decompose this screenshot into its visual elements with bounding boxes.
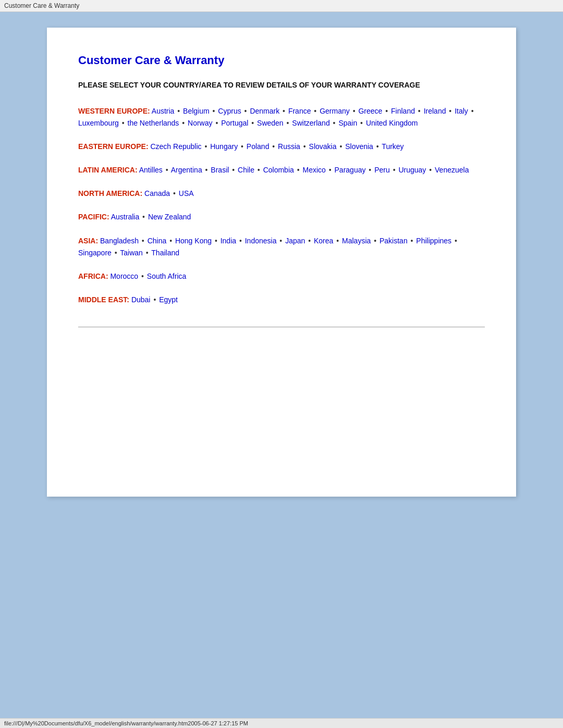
country-link-chile[interactable]: Chile xyxy=(238,166,254,174)
bullet-separator: • xyxy=(455,237,457,245)
country-link-hong-kong[interactable]: Hong Kong xyxy=(175,237,212,245)
bullet-separator: • xyxy=(251,119,254,127)
region-latin-america: LATIN AMERICA: Antilles • Argentina • Br… xyxy=(78,164,485,176)
country-link-portugal[interactable]: Portugal xyxy=(221,119,248,127)
country-link-norway[interactable]: Norway xyxy=(188,119,212,127)
country-link-usa[interactable]: USA xyxy=(179,189,194,198)
bullet-separator: • xyxy=(142,237,144,245)
bullet-separator: • xyxy=(122,119,125,127)
country-link-malaysia[interactable]: Malaysia xyxy=(342,237,371,245)
country-link-india[interactable]: India xyxy=(221,237,236,245)
region-pacific: PACIFIC: Australia • New Zealand xyxy=(78,211,485,223)
country-link-the-netherlands[interactable]: the Netherlands xyxy=(128,119,179,127)
country-link-peru[interactable]: Peru xyxy=(374,166,390,174)
country-link-uruguay[interactable]: Uruguay xyxy=(398,166,426,174)
country-link-thailand[interactable]: Thailand xyxy=(151,249,179,257)
browser-wrapper: Customer Care & Warranty PLEASE SELECT Y… xyxy=(0,12,563,728)
country-link-china[interactable]: China xyxy=(148,237,167,245)
bullet-separator: • xyxy=(182,119,185,127)
region-label-western-europe: WESTERN EUROPE: xyxy=(78,107,150,115)
bullet-separator: • xyxy=(204,142,207,151)
region-label-north-america: NORTH AMERICA: xyxy=(78,189,142,198)
country-link-turkey[interactable]: Turkey xyxy=(382,142,403,151)
country-link-philippines[interactable]: Philippines xyxy=(416,237,451,245)
bullet-separator: • xyxy=(141,272,144,280)
region-label-africa: AFRICA: xyxy=(78,272,108,280)
region-label-eastern-europe: EASTERN EUROPE: xyxy=(78,142,149,151)
bullet-separator: • xyxy=(205,166,208,174)
country-link-slovakia[interactable]: Slovakia xyxy=(309,142,337,151)
country-link-belgium[interactable]: Belgium xyxy=(183,107,210,115)
country-link-germany[interactable]: Germany xyxy=(320,107,350,115)
country-link-sweden[interactable]: Sweden xyxy=(257,119,284,127)
bullet-separator: • xyxy=(215,237,217,245)
title-bar: Customer Care & Warranty xyxy=(0,0,563,12)
country-link-russia[interactable]: Russia xyxy=(278,142,300,151)
country-link-canada[interactable]: Canada xyxy=(144,189,170,198)
country-link-denmark[interactable]: Denmark xyxy=(250,107,279,115)
page-content: Customer Care & Warranty PLEASE SELECT Y… xyxy=(47,28,516,497)
bullet-separator: • xyxy=(115,249,117,257)
country-link-poland[interactable]: Poland xyxy=(247,142,270,151)
bullet-separator: • xyxy=(303,142,306,151)
bullet-separator: • xyxy=(166,166,168,174)
country-link-spain[interactable]: Spain xyxy=(338,119,357,127)
country-link-japan[interactable]: Japan xyxy=(285,237,305,245)
bullet-separator: • xyxy=(177,107,180,115)
country-link-mexico[interactable]: Mexico xyxy=(302,166,325,174)
country-link-ireland[interactable]: Ireland xyxy=(424,107,446,115)
region-label-middle-east: MIDDLE EAST: xyxy=(78,295,129,304)
country-link-australia[interactable]: Australia xyxy=(111,213,139,221)
country-link-south-africa[interactable]: South Africa xyxy=(147,272,187,280)
country-link-bangladesh[interactable]: Bangladesh xyxy=(100,237,139,245)
country-link-argentina[interactable]: Argentina xyxy=(171,166,202,174)
bullet-separator: • xyxy=(287,119,289,127)
country-link-slovenia[interactable]: Slovenia xyxy=(345,142,373,151)
country-link-pakistan[interactable]: Pakistan xyxy=(380,237,408,245)
region-label-asia: ASIA: xyxy=(78,237,98,245)
regions-container: WESTERN EUROPE: Austria • Belgium • Cypr… xyxy=(78,105,485,306)
country-link-indonesia[interactable]: Indonesia xyxy=(245,237,277,245)
country-link-brasil[interactable]: Brasil xyxy=(211,166,229,174)
country-link-colombia[interactable]: Colombia xyxy=(263,166,294,174)
country-link-cyprus[interactable]: Cyprus xyxy=(218,107,241,115)
region-north-america: NORTH AMERICA: Canada • USA xyxy=(78,188,485,200)
country-link-paraguay[interactable]: Paraguay xyxy=(335,166,366,174)
country-link-morocco[interactable]: Morocco xyxy=(110,272,138,280)
region-middle-east: MIDDLE EAST: Dubai • Egypt xyxy=(78,294,485,306)
country-link-greece[interactable]: Greece xyxy=(358,107,382,115)
country-link-taiwan[interactable]: Taiwan xyxy=(120,249,143,257)
country-link-austria[interactable]: Austria xyxy=(152,107,175,115)
region-western-europe: WESTERN EUROPE: Austria • Belgium • Cypr… xyxy=(78,105,485,129)
country-link-egypt[interactable]: Egypt xyxy=(159,295,178,304)
country-link-finland[interactable]: Finland xyxy=(391,107,415,115)
country-link-switzerland[interactable]: Switzerland xyxy=(292,119,329,127)
country-link-korea[interactable]: Korea xyxy=(314,237,333,245)
country-link-new-zealand[interactable]: New Zealand xyxy=(148,213,191,221)
country-link-hungary[interactable]: Hungary xyxy=(210,142,238,151)
status-bar-text: file:///D|/My%20Documents/dfu/X6_model/e… xyxy=(4,720,248,726)
bullet-separator: • xyxy=(213,107,215,115)
country-link-united-kingdom[interactable]: United Kingdom xyxy=(366,119,418,127)
country-link-france[interactable]: France xyxy=(288,107,311,115)
bullet-separator: • xyxy=(241,142,243,151)
bullet-separator: • xyxy=(153,295,156,304)
bullet-separator: • xyxy=(239,237,242,245)
country-link-czech-republic[interactable]: Czech Republic xyxy=(150,142,201,151)
bullet-separator: • xyxy=(258,166,260,174)
country-link-luxembourg[interactable]: Luxembourg xyxy=(78,119,119,127)
bullet-separator: • xyxy=(333,119,336,127)
region-label-latin-america: LATIN AMERICA: xyxy=(78,166,138,174)
country-link-antilles[interactable]: Antilles xyxy=(139,166,163,174)
country-link-singapore[interactable]: Singapore xyxy=(78,249,112,257)
bullet-separator: • xyxy=(146,249,149,257)
bullet-separator: • xyxy=(314,107,316,115)
country-link-dubai[interactable]: Dubai xyxy=(131,295,151,304)
country-link-venezuela[interactable]: Venezuela xyxy=(435,166,469,174)
region-label-pacific: PACIFIC: xyxy=(78,213,109,221)
country-link-italy[interactable]: Italy xyxy=(455,107,468,115)
bullet-separator: • xyxy=(279,237,282,245)
region-africa: AFRICA: Morocco • South Africa xyxy=(78,270,485,282)
bullet-separator: • xyxy=(169,237,172,245)
subtitle: PLEASE SELECT YOUR COUNTRY/AREA TO REVIE… xyxy=(78,80,485,91)
